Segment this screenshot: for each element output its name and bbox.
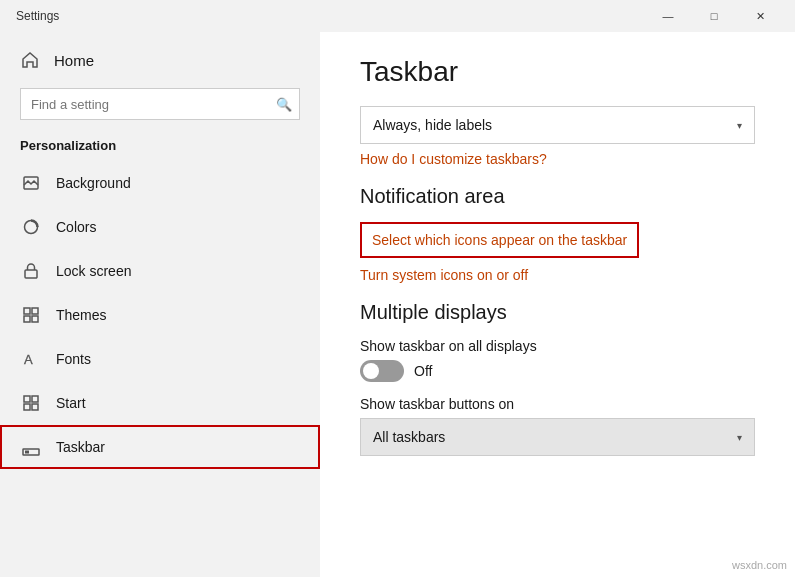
show-taskbar-label: Show taskbar on all displays — [360, 338, 755, 354]
svg-rect-3 — [24, 308, 30, 314]
page-title: Taskbar — [360, 56, 755, 88]
dropdown-arrow-icon: ▾ — [737, 120, 742, 131]
fonts-label: Fonts — [56, 351, 91, 367]
toggle-container: Off — [360, 360, 755, 382]
notification-link[interactable]: Select which icons appear on the taskbar — [360, 222, 755, 266]
lock-screen-icon — [20, 260, 42, 282]
notification-link-text[interactable]: Select which icons appear on the taskbar — [360, 222, 639, 258]
taskbar-buttons-dropdown[interactable]: All taskbars ▾ — [360, 418, 755, 456]
taskbar-display-toggle[interactable] — [360, 360, 404, 382]
multiple-displays-heading: Multiple displays — [360, 301, 755, 324]
svg-rect-8 — [24, 396, 30, 402]
lock-screen-label: Lock screen — [56, 263, 131, 279]
colors-label: Colors — [56, 219, 96, 235]
system-icons-link[interactable]: Turn system icons on or off — [360, 267, 528, 283]
buttons-dropdown-value: All taskbars — [373, 429, 445, 445]
search-icon: 🔍 — [276, 97, 292, 112]
themes-label: Themes — [56, 307, 107, 323]
background-label: Background — [56, 175, 131, 191]
home-label: Home — [54, 52, 94, 69]
show-buttons-label: Show taskbar buttons on — [360, 396, 755, 412]
svg-rect-4 — [32, 308, 38, 314]
section-title: Personalization — [0, 134, 320, 161]
start-icon — [20, 392, 42, 414]
svg-rect-9 — [32, 396, 38, 402]
start-label: Start — [56, 395, 86, 411]
title-bar-controls: — □ ✕ — [645, 0, 783, 32]
close-button[interactable]: ✕ — [737, 0, 783, 32]
taskbar-label: Taskbar — [56, 439, 105, 455]
colors-icon — [20, 216, 42, 238]
minimize-button[interactable]: — — [645, 0, 691, 32]
svg-rect-13 — [25, 451, 29, 454]
svg-rect-10 — [24, 404, 30, 410]
maximize-button[interactable]: □ — [691, 0, 737, 32]
sidebar-item-background[interactable]: Background — [0, 161, 320, 205]
sidebar-item-themes[interactable]: Themes — [0, 293, 320, 337]
svg-rect-2 — [25, 270, 37, 278]
sidebar: Home 🔍 Personalization Background Colors — [0, 32, 320, 577]
sidebar-item-home[interactable]: Home — [0, 40, 320, 80]
svg-rect-6 — [32, 316, 38, 322]
content-area: Taskbar Always, hide labels ▾ How do I c… — [320, 32, 795, 577]
background-icon — [20, 172, 42, 194]
sidebar-item-fonts[interactable]: A Fonts — [0, 337, 320, 381]
fonts-icon: A — [20, 348, 42, 370]
sidebar-item-taskbar[interactable]: Taskbar — [0, 425, 320, 469]
sidebar-item-lock-screen[interactable]: Lock screen — [0, 249, 320, 293]
home-icon — [20, 50, 40, 70]
app-container: Home 🔍 Personalization Background Colors — [0, 32, 795, 577]
dropdown-value: Always, hide labels — [373, 117, 492, 133]
svg-text:A: A — [24, 352, 33, 367]
customize-link[interactable]: How do I customize taskbars? — [360, 151, 547, 167]
title-bar: Settings — □ ✕ — [0, 0, 795, 32]
notification-area-heading: Notification area — [360, 185, 755, 208]
buttons-dropdown-arrow-icon: ▾ — [737, 432, 742, 443]
toggle-knob — [363, 363, 379, 379]
svg-rect-11 — [32, 404, 38, 410]
taskbar-icon — [20, 436, 42, 458]
sidebar-item-colors[interactable]: Colors — [0, 205, 320, 249]
themes-icon — [20, 304, 42, 326]
search-input[interactable] — [20, 88, 300, 120]
svg-rect-5 — [24, 316, 30, 322]
toggle-state-text: Off — [414, 363, 432, 379]
sidebar-item-start[interactable]: Start — [0, 381, 320, 425]
taskbar-dropdown-container: Always, hide labels ▾ — [360, 106, 755, 144]
taskbar-mode-dropdown[interactable]: Always, hide labels ▾ — [360, 106, 755, 144]
title-bar-text: Settings — [16, 9, 59, 23]
search-box: 🔍 — [20, 88, 300, 120]
